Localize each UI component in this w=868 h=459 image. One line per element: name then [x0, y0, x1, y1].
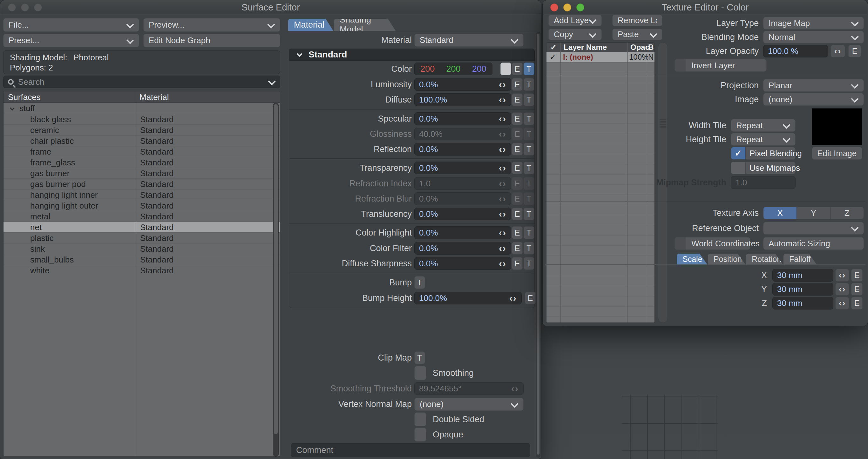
chevron-down-icon[interactable]	[269, 78, 275, 86]
surfaces-scrollbar-thumb[interactable]	[274, 104, 278, 434]
envelope-button[interactable]: E	[512, 207, 523, 220]
color-highlight-field[interactable]: 0.0%	[414, 226, 511, 239]
color-filter-field[interactable]: 0.0%	[414, 242, 511, 255]
texture-button[interactable]: T	[524, 207, 534, 220]
texture-editor-titlebar[interactable]: Texture Editor - Color	[542, 0, 868, 14]
surface-row[interactable]: gas burner podStandard	[3, 178, 280, 189]
texture-button[interactable]: T	[524, 226, 534, 239]
texture-button[interactable]: T	[524, 112, 534, 125]
preset-dropdown[interactable]: Preset...	[3, 34, 139, 47]
file-dropdown[interactable]: File...	[3, 18, 139, 32]
stepper-icon[interactable]	[499, 94, 506, 105]
layer-enabled-check[interactable]: ✓	[550, 52, 556, 62]
height-tile-dropdown[interactable]: Repeat	[731, 133, 796, 146]
pixel-blending-checkbox[interactable]: ✓ Pixel Blending	[731, 147, 796, 160]
tab-position[interactable]: Position	[708, 254, 745, 264]
color-rgb-field[interactable]: 200 200 200	[414, 63, 492, 75]
tab-scale[interactable]: Scale	[677, 254, 707, 264]
use-mipmaps-checkbox[interactable]: Use Mipmaps	[731, 162, 796, 174]
reflection-field[interactable]: 0.0%	[414, 143, 511, 156]
surface-row-selected[interactable]: netStandard	[3, 222, 280, 232]
surface-row[interactable]: small_bulbsStandard	[3, 254, 280, 265]
surface-row[interactable]: chair plasticStandard	[3, 135, 280, 146]
image-dropdown[interactable]: (none)	[763, 93, 864, 106]
diffuse-sharpness-field[interactable]: 0.0%	[414, 257, 511, 270]
envelope-button[interactable]: E	[848, 45, 861, 58]
envelope-button[interactable]: E	[525, 292, 536, 304]
texture-button-active[interactable]: T	[524, 63, 534, 75]
tab-rotation[interactable]: Rotation	[746, 254, 783, 264]
stepper-icon[interactable]	[499, 242, 506, 254]
panel-scrollbar-thumb[interactable]	[537, 34, 539, 455]
envelope-button[interactable]: E	[512, 63, 523, 75]
comment-field[interactable]	[291, 443, 530, 457]
envelope-button[interactable]: E	[851, 283, 863, 296]
scale-x-field[interactable]: 30 mm	[772, 269, 833, 282]
width-tile-dropdown[interactable]: Repeat	[731, 119, 796, 132]
surface-row[interactable]: frame_glassStandard	[3, 157, 280, 168]
surface-row[interactable]: frameStandard	[3, 146, 280, 157]
vertex-normal-map-dropdown[interactable]: (none)	[414, 398, 524, 411]
stepper-button[interactable]	[835, 297, 849, 309]
smoothing-checkbox[interactable]	[414, 366, 426, 380]
stepper-button[interactable]	[835, 269, 849, 282]
surface-row[interactable]: plasticStandard	[3, 232, 280, 243]
layer-type-dropdown[interactable]: Image Map	[763, 17, 864, 30]
automatic-sizing-button[interactable]: Automatic Sizing	[763, 237, 864, 250]
axis-y-button[interactable]: Y	[797, 207, 830, 219]
envelope-button[interactable]: E	[512, 162, 523, 174]
surface-row[interactable]: hanging light innerStandard	[3, 189, 280, 200]
texture-button[interactable]: T	[524, 242, 534, 255]
color-red-value[interactable]: 200	[414, 64, 440, 74]
tab-falloff[interactable]: Falloff	[783, 254, 816, 264]
reference-object-dropdown[interactable]	[763, 222, 864, 235]
surface-row[interactable]: whiteStandard	[3, 265, 280, 275]
preview-dropdown[interactable]: Preview...	[143, 18, 280, 32]
world-coordinates-toggle[interactable]: World Coordinates	[675, 237, 750, 250]
envelope-button[interactable]: E	[512, 226, 523, 239]
opaque-checkbox[interactable]	[414, 428, 426, 441]
translucency-field[interactable]: 0.0%	[414, 207, 511, 220]
chevron-down-icon[interactable]	[10, 106, 15, 111]
comment-input[interactable]	[296, 445, 525, 455]
envelope-button[interactable]: E	[512, 78, 523, 91]
envelope-button[interactable]: E	[512, 242, 523, 255]
search-input[interactable]	[18, 77, 269, 87]
envelope-button[interactable]: E	[512, 143, 523, 156]
surface-editor-titlebar[interactable]: Surface Editor	[0, 0, 541, 14]
surface-row[interactable]: black glassStandard	[3, 113, 280, 124]
invert-layer-toggle[interactable]: Invert Layer	[675, 59, 767, 72]
texture-button[interactable]: T	[524, 93, 534, 106]
scale-z-field[interactable]: 30 mm	[772, 297, 833, 309]
standard-section-header[interactable]: Standard	[289, 48, 535, 61]
color-green-value[interactable]: 200	[440, 64, 466, 74]
stepper-button[interactable]	[835, 283, 849, 296]
texture-button[interactable]: T	[524, 78, 534, 91]
stepper-icon[interactable]	[499, 208, 506, 220]
scale-y-field[interactable]: 30 mm	[772, 283, 833, 296]
bump-height-field[interactable]: 100.0%	[414, 292, 522, 304]
envelope-button[interactable]: E	[512, 112, 523, 125]
color-swatch[interactable]	[500, 63, 511, 75]
surfaces-scrollbar[interactable]	[273, 103, 279, 456]
axis-x-button[interactable]: X	[764, 207, 797, 219]
axis-z-button[interactable]: Z	[831, 207, 864, 219]
envelope-button[interactable]: E	[512, 93, 523, 106]
panel-scrollbar[interactable]	[536, 32, 540, 457]
texture-button[interactable]: T	[414, 351, 425, 364]
envelope-button[interactable]: E	[851, 297, 863, 309]
stepper-button[interactable]	[831, 45, 845, 58]
stepper-icon[interactable]	[499, 258, 506, 269]
diffuse-field[interactable]: 100.0%	[414, 93, 511, 106]
stepper-icon[interactable]	[499, 79, 506, 90]
color-blue-value[interactable]: 200	[466, 64, 492, 74]
stepper-icon[interactable]	[499, 113, 506, 124]
surface-row[interactable]: gas burnerStandard	[3, 168, 280, 178]
projection-dropdown[interactable]: Planar	[763, 79, 864, 92]
stepper-icon[interactable]	[499, 227, 506, 238]
surface-row[interactable]: ceramicStandard	[3, 124, 280, 135]
envelope-button[interactable]: E	[512, 257, 523, 270]
specular-field[interactable]: 0.0%	[414, 112, 511, 125]
surface-group-row[interactable]: stuff	[3, 103, 280, 113]
double-sided-checkbox[interactable]	[414, 412, 426, 426]
